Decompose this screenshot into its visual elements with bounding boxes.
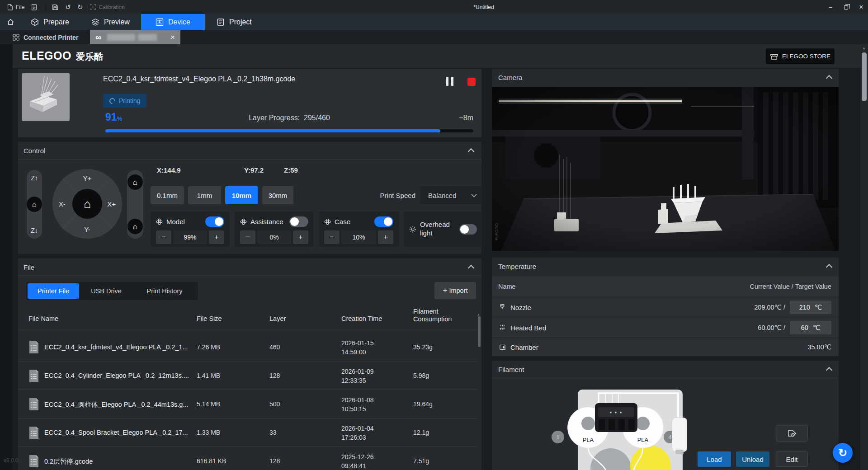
edit-button[interactable]: Edit xyxy=(776,451,808,467)
jog-x-minus-button[interactable]: X- xyxy=(59,200,66,208)
fan-case-minus-button[interactable]: − xyxy=(324,230,340,244)
brand-cn: 爱乐酷 xyxy=(76,51,103,63)
home-x-button[interactable]: ⌂ xyxy=(127,174,143,190)
col-creation-time: Creation Time xyxy=(341,315,382,322)
elegoo-logo-icon: ∞ xyxy=(95,33,102,42)
gcode-file-icon xyxy=(28,369,39,382)
close-window-button[interactable]: × xyxy=(854,0,868,14)
printer-icon xyxy=(156,18,164,26)
collapse-camera-button[interactable] xyxy=(826,75,832,81)
printer-tab[interactable]: ∞ × xyxy=(90,30,180,44)
control-panel: Control Z↑ ⌂ Z↓ Y+ Y- X- X+ ⌂ ⌂ ⌂ X:144.… xyxy=(18,142,481,254)
fan-case-toggle[interactable] xyxy=(374,216,393,227)
tab-project[interactable]: Project xyxy=(217,14,252,30)
fan-case-plus-button[interactable]: + xyxy=(378,230,393,244)
jog-y-minus-button[interactable]: Y- xyxy=(84,226,90,233)
file-row[interactable]: ECC2_0.4_ksr_fdmtest_v4_Elegoo PLA _0.2_… xyxy=(18,333,478,362)
temperature-header-row: Name Current Value / Target Value xyxy=(492,277,839,296)
file-row[interactable]: ECC2_0.4_Cylinder_Elegoo PLA _0.2_12m13s… xyxy=(18,362,478,390)
file-size: 7.26 MB xyxy=(197,343,220,351)
load-button[interactable]: Load xyxy=(698,451,731,467)
calibration-button[interactable]: Calibration xyxy=(90,4,125,10)
close-printer-tab-button[interactable]: × xyxy=(170,33,175,42)
overhead-light-label: Overhead light xyxy=(420,221,456,238)
status-badge: Printing xyxy=(103,94,146,108)
redo-button[interactable]: ↻ xyxy=(77,4,83,10)
file-row[interactable]: 0.2层暂停.gcode 616.81 KB 128 2025-12-2609:… xyxy=(18,447,478,470)
file-row[interactable]: ECC2_0.4_Spool Bracket_Elegoo PLA _0.2_1… xyxy=(18,418,478,447)
heated-bed-target-input[interactable]: 60℃ xyxy=(790,321,831,334)
z-up-button[interactable]: Z↑ xyxy=(31,174,38,182)
z-down-button[interactable]: Z↓ xyxy=(31,227,38,234)
step-30mm-button[interactable]: 30mm xyxy=(262,186,293,204)
fan-model-minus-button[interactable]: − xyxy=(156,230,171,244)
home-all-button[interactable]: ⌂ xyxy=(72,189,102,219)
save-button[interactable] xyxy=(52,4,59,11)
storefront-icon xyxy=(770,52,778,61)
fan-assistance-toggle[interactable] xyxy=(289,216,308,227)
file-row[interactable]: ECC2_0.4_圆柱体_Elegoo PLA _0.2_44m13s.g...… xyxy=(18,390,478,418)
step-10mm-button[interactable]: 10mm xyxy=(225,186,258,204)
file-layer: 500 xyxy=(269,400,280,408)
notes-button[interactable] xyxy=(31,4,38,11)
fan-icon xyxy=(240,218,247,225)
tab-printer-file[interactable]: Printer File xyxy=(28,283,79,299)
tab-device[interactable]: Device xyxy=(141,14,205,30)
fan-assistance-plus-button[interactable]: + xyxy=(293,230,308,244)
connected-printer-label: Connected Printer xyxy=(13,30,78,44)
stop-button[interactable] xyxy=(467,78,476,86)
file-filament: 12.1g xyxy=(413,429,429,436)
step-0.1mm-button[interactable]: 0.1mm xyxy=(151,186,184,204)
camera-title: Camera xyxy=(498,74,522,81)
nozzle-current: 209.00℃ / xyxy=(754,304,785,311)
table-scrollbar[interactable] xyxy=(478,316,481,347)
fan-assistance-minus-button[interactable]: − xyxy=(240,230,255,244)
elegoo-store-button[interactable]: ELEGOO STORE xyxy=(766,48,835,64)
file-layer: 33 xyxy=(269,429,277,436)
coord-z: Z:59 xyxy=(284,166,298,174)
tab-preview[interactable]: Preview xyxy=(91,14,130,30)
home-icon: ⌂ xyxy=(32,201,37,208)
jog-x-plus-button[interactable]: X+ xyxy=(107,200,116,208)
fan-model-plus-button[interactable]: + xyxy=(209,230,224,244)
tab-prepare[interactable]: Prepare xyxy=(31,14,69,30)
fan-model-toggle[interactable] xyxy=(205,216,224,227)
restore-button[interactable] xyxy=(838,0,854,14)
tab-usb-drive[interactable]: USB Drive xyxy=(79,283,133,299)
col-file-size: File Size xyxy=(197,315,222,322)
home-button[interactable] xyxy=(6,14,15,30)
import-button[interactable]: + Import xyxy=(434,282,476,299)
jog-y-plus-button[interactable]: Y+ xyxy=(83,174,92,182)
refresh-button[interactable]: ↻ xyxy=(833,443,853,463)
collapse-file-button[interactable] xyxy=(468,265,474,271)
print-speed-select[interactable]: Balanced xyxy=(420,186,482,204)
nozzle-target-input[interactable]: 210℃ xyxy=(790,301,831,314)
printer-name-redacted xyxy=(107,34,135,41)
heated-bed-row: Heated Bed 60.00℃ / 60℃ xyxy=(492,318,839,337)
file-created: 2026-01-0912:33:35 xyxy=(341,367,374,385)
home-nav-icon xyxy=(6,18,15,26)
unload-button[interactable]: Unload xyxy=(736,451,769,467)
home-icon: ⌂ xyxy=(133,223,137,230)
undo-button[interactable]: ↺ xyxy=(65,4,71,10)
close-icon: × xyxy=(859,3,863,11)
file-size: 1.41 MB xyxy=(197,372,220,379)
fan-assistance-label: Assistance xyxy=(250,218,283,226)
home-y-button[interactable]: ⌂ xyxy=(127,219,143,234)
collapse-temperature-button[interactable] xyxy=(826,264,832,270)
overhead-light-toggle[interactable] xyxy=(459,224,477,235)
filament-tag-button[interactable] xyxy=(776,425,808,442)
collapse-control-button[interactable] xyxy=(468,148,474,155)
pause-button[interactable] xyxy=(444,77,456,88)
coord-y: Y:97.2 xyxy=(244,166,264,174)
spool-hole xyxy=(581,417,595,430)
import-label: Import xyxy=(449,287,467,294)
tab-print-history[interactable]: Print History xyxy=(133,283,196,299)
window-scrollbar[interactable]: ▲ xyxy=(860,44,868,470)
step-1mm-button[interactable]: 1mm xyxy=(188,186,221,204)
file-menu[interactable]: File xyxy=(6,4,24,11)
home-z-button[interactable]: ⌂ xyxy=(27,197,42,212)
scrollbar-thumb[interactable] xyxy=(862,52,867,101)
minimize-button[interactable]: – xyxy=(823,0,838,14)
toggle-knob xyxy=(460,225,469,234)
